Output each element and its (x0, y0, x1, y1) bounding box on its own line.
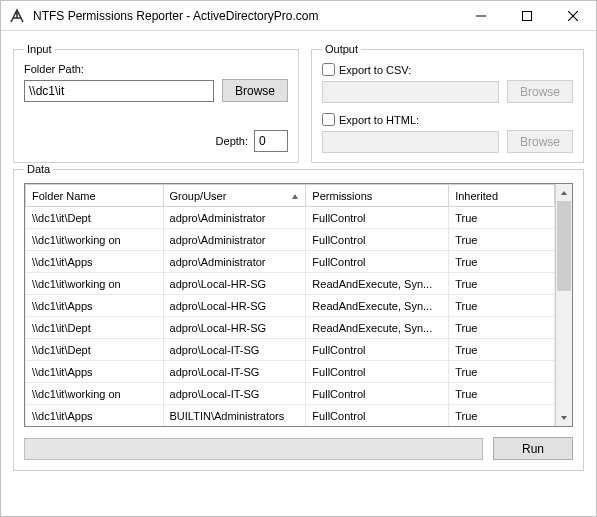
cell-perm: ReadAndExecute, Syn... (306, 295, 449, 317)
titlebar[interactable]: NTFS Permissions Reporter - ActiveDirect… (1, 1, 596, 31)
input-panel: Input Folder Path: Browse Depth: (13, 43, 299, 163)
progress-bar (24, 438, 483, 460)
cell-group: adpro\Local-IT-SG (163, 339, 306, 361)
svg-marker-6 (561, 416, 567, 420)
cell-folder: \\dc1\it\Apps (26, 295, 164, 317)
column-header-group[interactable]: Group/User (163, 185, 306, 207)
cell-perm: FullControl (306, 339, 449, 361)
folder-path-input[interactable] (24, 80, 214, 102)
output-legend: Output (322, 43, 361, 55)
table-row[interactable]: \\dc1\it\working onadpro\Local-IT-SGFull… (26, 383, 555, 405)
cell-folder: \\dc1\it\working on (26, 383, 164, 405)
window-title: NTFS Permissions Reporter - ActiveDirect… (33, 9, 318, 23)
cell-inh: True (449, 361, 555, 383)
cell-perm: ReadAndExecute, Syn... (306, 273, 449, 295)
export-csv-label: Export to CSV: (339, 64, 411, 76)
table-row[interactable]: \\dc1\it\Appsadpro\Local-HR-SGReadAndExe… (26, 295, 555, 317)
cell-perm: FullControl (306, 361, 449, 383)
sort-ascending-icon (291, 191, 299, 203)
svg-marker-4 (292, 194, 298, 199)
close-button[interactable] (550, 1, 596, 31)
table-row[interactable]: \\dc1\it\Deptadpro\AdministratorFullCont… (26, 207, 555, 229)
browse-csv-button: Browse (507, 80, 573, 103)
cell-inh: True (449, 251, 555, 273)
column-header-permissions[interactable]: Permissions (306, 185, 449, 207)
cell-perm: FullControl (306, 405, 449, 427)
csv-path-input (322, 81, 499, 103)
cell-folder: \\dc1\it\working on (26, 273, 164, 295)
output-panel: Output Export to CSV: Browse Export to H… (311, 43, 584, 163)
depth-input[interactable] (254, 130, 288, 152)
column-header-folder[interactable]: Folder Name (26, 185, 164, 207)
cell-perm: FullControl (306, 229, 449, 251)
table-row[interactable]: \\dc1\it\Deptadpro\Local-IT-SGFullContro… (26, 339, 555, 361)
cell-inh: True (449, 295, 555, 317)
cell-group: adpro\Administrator (163, 207, 306, 229)
cell-folder: \\dc1\it\Apps (26, 361, 164, 383)
cell-folder: \\dc1\it\working on (26, 229, 164, 251)
cell-inh: True (449, 273, 555, 295)
browse-html-button: Browse (507, 130, 573, 153)
scroll-down-icon[interactable] (556, 409, 572, 426)
cell-inh: True (449, 229, 555, 251)
cell-group: adpro\Local-HR-SG (163, 273, 306, 295)
cell-inh: True (449, 405, 555, 427)
cell-inh: True (449, 207, 555, 229)
cell-folder: \\dc1\it\Apps (26, 251, 164, 273)
cell-perm: FullControl (306, 207, 449, 229)
export-csv-checkbox[interactable] (322, 63, 335, 76)
folder-path-label: Folder Path: (24, 63, 288, 75)
minimize-button[interactable] (458, 1, 504, 31)
html-path-input (322, 131, 499, 153)
table-row[interactable]: \\dc1\it\AppsBUILTIN\AdministratorsFullC… (26, 405, 555, 427)
cell-folder: \\dc1\it\Dept (26, 339, 164, 361)
run-button[interactable]: Run (493, 437, 573, 460)
cell-folder: \\dc1\it\Dept (26, 317, 164, 339)
maximize-button[interactable] (504, 1, 550, 31)
cell-group: adpro\Local-HR-SG (163, 317, 306, 339)
cell-perm: FullControl (306, 251, 449, 273)
depth-label: Depth: (216, 135, 248, 147)
cell-inh: True (449, 339, 555, 361)
cell-group: adpro\Local-IT-SG (163, 383, 306, 405)
cell-folder: \\dc1\it\Dept (26, 207, 164, 229)
cell-inh: True (449, 383, 555, 405)
scroll-up-icon[interactable] (556, 184, 572, 201)
cell-folder: \\dc1\it\Apps (26, 405, 164, 427)
table-row[interactable]: \\dc1\it\Deptadpro\Local-HR-SGReadAndExe… (26, 317, 555, 339)
data-grid[interactable]: Folder Name Group/User Permissions Inher… (25, 184, 555, 426)
table-row[interactable]: \\dc1\it\working onadpro\Local-HR-SGRead… (26, 273, 555, 295)
table-row[interactable]: \\dc1\it\Appsadpro\Local-IT-SGFullContro… (26, 361, 555, 383)
cell-group: adpro\Local-HR-SG (163, 295, 306, 317)
cell-perm: ReadAndExecute, Syn... (306, 317, 449, 339)
cell-group: adpro\Administrator (163, 251, 306, 273)
data-legend: Data (24, 163, 53, 175)
scroll-thumb[interactable] (557, 201, 571, 291)
table-row[interactable]: \\dc1\it\Appsadpro\AdministratorFullCont… (26, 251, 555, 273)
cell-group: BUILTIN\Administrators (163, 405, 306, 427)
export-html-label: Export to HTML: (339, 114, 419, 126)
cell-perm: FullControl (306, 383, 449, 405)
data-panel: Data Folder Name Group/User (13, 163, 584, 471)
app-icon (9, 8, 25, 24)
vertical-scrollbar[interactable] (555, 184, 572, 426)
svg-marker-5 (561, 191, 567, 195)
browse-folder-button[interactable]: Browse (222, 79, 288, 102)
export-html-checkbox[interactable] (322, 113, 335, 126)
cell-inh: True (449, 317, 555, 339)
input-legend: Input (24, 43, 54, 55)
table-row[interactable]: \\dc1\it\working onadpro\AdministratorFu… (26, 229, 555, 251)
column-header-inherited[interactable]: Inherited (449, 185, 555, 207)
cell-group: adpro\Administrator (163, 229, 306, 251)
cell-group: adpro\Local-IT-SG (163, 361, 306, 383)
svg-rect-1 (523, 11, 532, 20)
